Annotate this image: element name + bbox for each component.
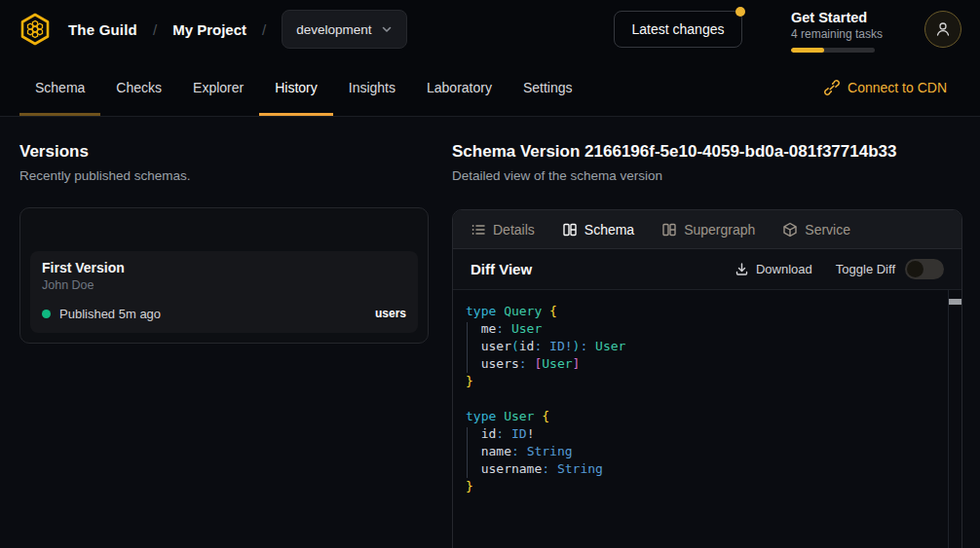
nav-tab-insights[interactable]: Insights bbox=[333, 58, 411, 116]
code-line bbox=[466, 390, 625, 408]
cube-icon bbox=[782, 222, 798, 237]
breadcrumb: The Guild / My Project / development bbox=[18, 0, 407, 58]
toggle-diff-switch[interactable] bbox=[905, 259, 944, 279]
versions-list-card: First Version John Doe Published 5m ago … bbox=[19, 207, 429, 344]
org-name[interactable]: The Guild bbox=[68, 21, 137, 38]
code-line: type Query { bbox=[466, 303, 625, 320]
nav-tab-laboratory[interactable]: Laboratory bbox=[411, 58, 508, 116]
environment-selector-value: development bbox=[296, 22, 371, 37]
version-list-item[interactable]: First Version John Doe Published 5m ago … bbox=[30, 251, 418, 333]
code-line: type User { bbox=[466, 408, 625, 425]
indent-guide bbox=[467, 427, 468, 478]
code-line: } bbox=[466, 373, 625, 390]
latest-changes-label: Latest changes bbox=[632, 21, 725, 37]
version-service-badge: users bbox=[375, 307, 406, 320]
versions-title: Versions bbox=[19, 142, 89, 162]
breadcrumb-separator: / bbox=[153, 21, 157, 38]
link-icon bbox=[824, 80, 840, 95]
schema-code: type Query { me: User user(id: ID!): Use… bbox=[466, 303, 625, 495]
nav-tab-explorer[interactable]: Explorer bbox=[177, 58, 259, 116]
download-label: Download bbox=[756, 262, 812, 276]
environment-selector[interactable]: development bbox=[282, 10, 407, 49]
schema-version-subtitle: Detailed view of the schema version bbox=[452, 168, 662, 183]
indent-guide bbox=[467, 322, 468, 373]
person-icon bbox=[934, 20, 952, 38]
download-icon bbox=[735, 262, 749, 276]
breadcrumb-separator: / bbox=[262, 21, 266, 38]
notification-dot bbox=[735, 7, 745, 17]
guild-logo-icon[interactable] bbox=[18, 12, 53, 47]
version-author: John Doe bbox=[42, 278, 94, 292]
tab-underline bbox=[19, 113, 100, 116]
download-button[interactable]: Download bbox=[735, 262, 812, 276]
editor-scrollbar[interactable] bbox=[948, 290, 961, 548]
app-root: The Guild / My Project / development Lat… bbox=[0, 0, 980, 548]
chevron-down-icon bbox=[381, 23, 393, 35]
version-name: First Version bbox=[42, 260, 125, 275]
latest-changes-button[interactable]: Latest changes bbox=[614, 11, 742, 48]
diff-view-title: Diff View bbox=[471, 261, 532, 277]
get-started-subtitle: 4 remaining tasks bbox=[791, 27, 885, 41]
schema-version-card: Details Schema bbox=[452, 209, 962, 548]
nav-tab-schema[interactable]: Schema bbox=[19, 58, 100, 116]
code-line: me: User bbox=[466, 320, 625, 338]
tab-underline bbox=[259, 113, 333, 116]
schema-version-title: Schema Version 2166196f-5e10-4059-bd0a-0… bbox=[452, 142, 896, 162]
get-started-progress-fill bbox=[791, 48, 824, 53]
tab-schema[interactable]: Schema bbox=[562, 222, 634, 237]
nav-tab-history[interactable]: History bbox=[259, 58, 333, 116]
user-avatar[interactable] bbox=[924, 11, 961, 48]
tab-service[interactable]: Service bbox=[782, 222, 850, 237]
connect-to-cdn-label: Connect to CDN bbox=[848, 80, 947, 95]
nav-tab-checks[interactable]: Checks bbox=[100, 58, 177, 116]
code-line: id: ID! bbox=[466, 425, 625, 443]
code-line: users: [User] bbox=[466, 355, 625, 373]
connect-to-cdn-link[interactable]: Connect to CDN bbox=[824, 58, 947, 116]
code-line: } bbox=[466, 478, 625, 495]
nav-tab-settings[interactable]: Settings bbox=[508, 58, 588, 116]
code-line: user(id: ID!): User bbox=[466, 338, 625, 355]
project-nav: Schema Checks Explorer History Insights … bbox=[0, 58, 980, 117]
list-icon bbox=[471, 222, 486, 237]
tab-supergraph[interactable]: Supergraph bbox=[661, 222, 755, 237]
top-header: The Guild / My Project / development Lat… bbox=[0, 0, 980, 58]
tab-details[interactable]: Details bbox=[471, 222, 535, 237]
columns-icon bbox=[661, 222, 677, 237]
schema-code-editor[interactable]: type Query { me: User user(id: ID!): Use… bbox=[453, 290, 961, 548]
detail-tabs: Details Schema bbox=[453, 210, 961, 249]
published-status-dot bbox=[42, 310, 51, 318]
code-line: username: String bbox=[466, 460, 625, 478]
get-started-widget[interactable]: Get Started 4 remaining tasks bbox=[791, 10, 885, 53]
project-name[interactable]: My Project bbox=[172, 21, 246, 38]
toggle-knob bbox=[907, 261, 923, 277]
editor-scrollbar-thumb[interactable] bbox=[949, 299, 961, 305]
version-status-label: Published 5m ago bbox=[59, 307, 161, 321]
versions-subtitle: Recently published schemas. bbox=[19, 168, 191, 183]
get-started-title: Get Started bbox=[791, 10, 885, 25]
diff-view-header: Diff View Download Toggle Diff bbox=[453, 249, 961, 290]
code-line: name: String bbox=[466, 443, 625, 460]
version-status: Published 5m ago bbox=[42, 307, 161, 321]
toggle-diff-label: Toggle Diff bbox=[836, 262, 895, 276]
get-started-progress bbox=[791, 48, 875, 53]
columns-icon bbox=[562, 222, 578, 237]
